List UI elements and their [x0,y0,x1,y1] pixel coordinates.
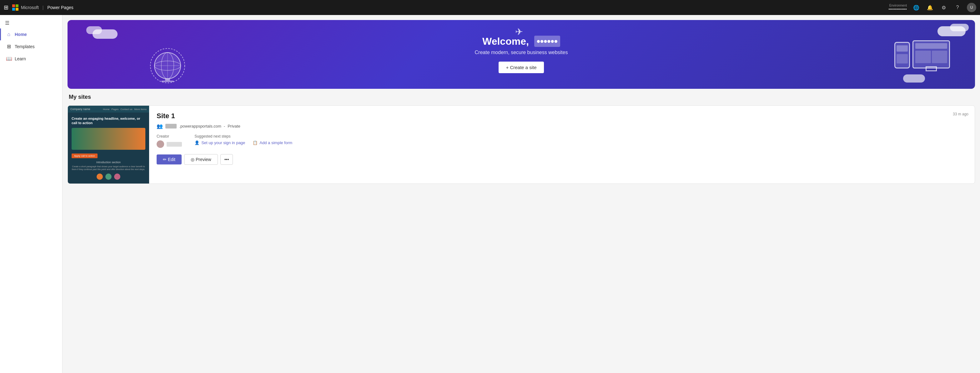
next-step-signin[interactable]: 👤 Set up your sign in page [194,140,245,145]
thumbnail-brand: Company name [70,108,90,111]
product-name: Power Pages [47,5,73,10]
nav-item-more: More items [134,108,146,111]
globe-decoration [146,44,189,89]
next-step-signin-label: Set up your sign in page [201,140,245,145]
thumbnail-nav: Home Pages Contact us More items [103,108,146,111]
templates-icon: ⊞ [6,43,11,49]
cloud-right-2 [950,24,969,31]
creator-section: Creator ••••• ••••• [157,134,182,148]
thumbnail-headline: Create an engaging headline, welcome, or… [72,116,145,125]
hero-devices [894,40,950,69]
main-content: ✈ Welcome, •••••• [62,15,980,373]
sidebar: ☰ ⌂ Home ⊞ Templates 📖 Learn [0,15,62,373]
create-site-button[interactable]: + Create a site [499,62,544,73]
my-sites-section: My sites Company name Home Pages Contact… [62,94,980,189]
site-info: 33 m ago Site 1 👥 •••••••• .powerappspor… [149,106,975,183]
user-avatar[interactable]: U [967,3,976,12]
sidebar-item-learn[interactable]: 📖 Learn [0,53,62,65]
creator-label: Creator [157,134,182,139]
hero-username-blurred: •••••• [534,36,560,47]
thumbnail-section-title: Introduction section [72,161,145,164]
svg-rect-6 [165,79,170,81]
thumbnail-body: Create an engaging headline, welcome, or… [68,113,149,183]
environment-value: •••••••••••••• [888,7,907,11]
learn-icon: 📖 [6,56,11,62]
url-separator: - [224,124,225,129]
nav-item-pages: Pages [111,108,119,111]
hamburger-button[interactable]: ☰ [0,18,62,29]
notification-icon[interactable]: 🔔 [926,3,934,12]
hero-title: Welcome, •••••• [475,36,568,47]
next-step-form[interactable]: 📋 Add a simple form [253,140,292,145]
microsoft-logo: Microsoft [12,5,39,11]
help-icon[interactable]: ? [953,3,962,12]
svg-rect-7 [161,81,174,82]
hero-content: Welcome, •••••• Create modern, secure bu… [475,36,568,73]
cloud-decoration-2 [86,26,102,34]
site-timestamp: 33 m ago [953,112,969,116]
site-url-blurred: •••••••• [165,124,177,129]
main-layout: ☰ ⌂ Home ⊞ Templates 📖 Learn ✈ [0,15,980,373]
environment-label: Environment [888,4,907,7]
signin-icon: 👤 [194,140,199,145]
thumbnail-section-text: Create a short paragraph that shows your… [72,165,145,171]
more-options-button[interactable]: ••• [220,154,233,165]
phone-device [894,42,910,69]
waffle-icon[interactable]: ⊞ [4,4,8,11]
thumbnail-image [72,128,145,150]
cloud-right-3 [903,75,925,83]
edit-button[interactable]: ✏ Edit [157,155,181,164]
site-thumbnail: Company name Home Pages Contact us More … [68,106,149,183]
thumbnail-top-bar: Company name Home Pages Contact us More … [68,106,149,113]
circle-2 [105,174,111,180]
topbar-right: Environment •••••••••••••• 🌐 🔔 ⚙ ? U [888,3,976,12]
site-url-suffix: .powerappsportals.com [179,124,221,129]
creator-avatar [157,140,164,148]
sidebar-item-home-label: Home [15,32,27,37]
site-actions: ✏ Edit ◎ Preview ••• [157,154,967,165]
thumbnail-cta: Apply call to action [72,153,97,158]
people-icon: 👥 [157,123,163,129]
form-icon: 📋 [253,140,258,145]
nav-item-home: Home [103,108,110,111]
preview-button[interactable]: ◎ Preview [184,154,218,165]
circle-3 [114,174,120,180]
hero-banner: ✈ Welcome, •••••• [67,20,975,89]
next-steps-section: Suggested next steps 👤 Set up your sign … [194,134,292,148]
sidebar-item-home[interactable]: ⌂ Home [0,29,62,40]
next-step-form-label: Add a simple form [259,140,292,145]
settings-icon[interactable]: ⚙ [939,3,948,12]
separator: | [43,5,44,10]
next-steps-label: Suggested next steps [194,134,292,139]
site-name: Site 1 [157,112,967,120]
home-icon: ⌂ [6,32,11,37]
site-url-row: 👥 •••••••• .powerappsportals.com - Priva… [157,123,967,129]
site-privacy: Private [228,124,240,129]
creator-name-blurred: ••••• ••••• [167,142,182,147]
next-steps-list: 👤 Set up your sign in page 📋 Add a simpl… [194,140,292,145]
circle-1 [97,174,103,180]
company-name: Microsoft [21,5,39,10]
hero-subtitle: Create modern, secure business websites [475,50,568,55]
environment-icon[interactable]: 🌐 [912,3,921,12]
logo-squares [12,5,18,11]
thumbnail-circles [72,174,145,180]
environment-info: Environment •••••••••••••• [888,4,907,11]
nav-item-contact: Contact us [120,108,132,111]
site-creator: ••••• ••••• [157,140,182,148]
site-card: Company name Home Pages Contact us More … [67,105,975,184]
sidebar-item-learn-label: Learn [15,56,26,61]
sidebar-item-templates-label: Templates [15,44,35,49]
sidebar-item-templates[interactable]: ⊞ Templates [0,40,62,53]
my-sites-title: My sites [67,94,975,100]
monitor-device [913,40,950,69]
topbar: ⊞ Microsoft | Power Pages Environment ••… [0,0,980,15]
site-meta: Creator ••••• ••••• Suggested next steps… [157,134,967,148]
